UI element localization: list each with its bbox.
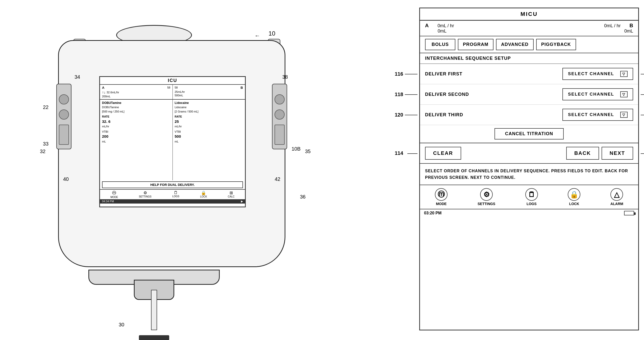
screen-logs-btn: 🗒 LOGS [172, 190, 179, 199]
deliver-first-label: DELIVER FIRST [425, 71, 491, 77]
lock-icon: 🔒 [568, 188, 580, 201]
select-channel-third-text: SELECT CHANNEL [568, 112, 614, 117]
ref-114-line [407, 153, 417, 154]
select-channel-first-text: SELECT CHANNEL [568, 71, 614, 76]
screen-bottom-bar: ⓜ MODE ⚙ SETTINGS 🗒 LOGS 🔒 LOCK [100, 189, 245, 199]
ref-118: 118 [395, 92, 403, 97]
ui-help-text: SELECT ORDER OF CHANNELS IN DELIVERY SEQ… [420, 164, 638, 185]
select-channel-second-button[interactable]: SELECT CHANNEL ▽ [562, 88, 633, 100]
nav-alarm[interactable]: △ ALARM [610, 188, 623, 206]
logs-icon: 🗒 [525, 188, 538, 201]
device-cable [151, 290, 157, 330]
screen-col-a-body: DOBUTamine DOBUTamine [500 mg / 250 mL] … [100, 100, 173, 180]
ui-title-bar: MICU [420, 8, 638, 21]
device-illustration: 10 ← ICU [38, 25, 316, 315]
ref-33: 33 [43, 141, 48, 147]
ref-116-line [405, 74, 417, 74]
back-button[interactable]: BACK [566, 147, 599, 160]
nav-settings-label: SETTINGS [478, 202, 495, 206]
ui-title: MICU [521, 11, 538, 17]
arrow-10: ← [255, 33, 260, 39]
settings-icon: ⚙ [480, 188, 493, 201]
ref-124-line [641, 94, 644, 95]
deliver-first-row: 116 DELIVER FIRST SELECT CHANNEL ▽ 122 [420, 64, 638, 84]
left-panel: 10 ← ICU [0, 0, 354, 340]
screen-body: DOBUTamine DOBUTamine [500 mg / 250 mL] … [100, 100, 245, 180]
ref-22: 22 [43, 104, 48, 110]
device-screen: ICU A 58 ↑↓ 32.6mL/hr 200mL [99, 76, 246, 207]
ref-116: 116 [395, 71, 403, 77]
mode-icon: ⓜ [435, 188, 448, 201]
ref-120: 120 [395, 112, 403, 118]
dropdown-arrow-first: ▽ [620, 71, 628, 77]
clear-button[interactable]: CLEAR [425, 147, 461, 160]
channel-b-info: 0mL / hr B 0mL [604, 23, 633, 34]
next-button[interactable]: NEXT [602, 147, 633, 160]
ref-10: 10 [268, 30, 275, 37]
dropdown-arrow-second: ▽ [620, 91, 628, 97]
nav-settings[interactable]: ⚙ SETTINGS [478, 188, 495, 206]
ref-144-line [641, 153, 644, 154]
device-body: ICU A 58 ↑↓ 32.6mL/hr 200mL [58, 40, 285, 267]
ref-35: 35 [305, 149, 311, 154]
select-channel-first-button[interactable]: SELECT CHANNEL ▽ [562, 68, 633, 80]
ref-122-line [641, 74, 644, 74]
ui-section-title: INTERCHANNEL SEQUENCE SETUP [420, 53, 638, 64]
screen-channel-row: A 58 ↑↓ 32.6mL/hr 200mL 58 B [100, 85, 245, 100]
deliver-second-row: 118 DELIVER SECOND SELECT CHANNEL ▽ 124 [420, 84, 638, 105]
ui-info-bar: A 0mL / hr 0mL 0mL / hr B 0mL [420, 21, 638, 36]
ui-action-buttons: BOLUS PROGRAM ADVANCED PIGGYBACK [420, 36, 638, 53]
ref-126-line [641, 115, 644, 115]
ref-114: 114 [395, 150, 403, 156]
ui-nav-bar: ⓜ MODE ⚙ SETTINGS 🗒 LOGS 🔒 LOCK △ ALARM [420, 185, 638, 209]
screen-col-b-body: Lidocaine Lidocaine [2 Grams / 500 mL] R… [173, 100, 245, 180]
screen-calc-btn: ⊞ CALC [228, 190, 235, 199]
ref-34: 34 [75, 74, 80, 80]
ui-status-bar: 03:20 PM [420, 209, 638, 217]
deliver-third-label: DELIVER THIRD [425, 112, 491, 118]
battery-icon [624, 211, 634, 215]
nav-logs-label: LOGS [527, 202, 537, 206]
ref-118-line [405, 94, 417, 95]
ref-42: 42 [275, 176, 280, 182]
cancel-titration-button[interactable]: CANCEL TITRATION [494, 128, 564, 139]
screen-col-b: 58 B 25mL/hr 500mL [173, 85, 245, 99]
screen-col-a: A 58 ↑↓ 32.6mL/hr 200mL [100, 85, 173, 99]
screen-title: ICU [100, 77, 245, 85]
ref-38: 38 [282, 74, 288, 80]
screen-status-bar: 04:34 PM ▶ [100, 199, 245, 204]
cable-connector [139, 335, 169, 340]
cancel-row: CANCEL TITRATION [420, 125, 638, 143]
screen-lock-btn: 🔒 LOCK [200, 190, 207, 199]
ref-40: 40 [63, 176, 69, 182]
deliver-second-label: DELIVER SECOND [425, 92, 491, 97]
advanced-button[interactable]: ADVANCED [496, 39, 534, 50]
select-channel-second-text: SELECT CHANNEL [568, 92, 614, 97]
channel-a-info: A 0mL / hr 0mL [425, 23, 454, 34]
nav-logs[interactable]: 🗒 LOGS [525, 188, 538, 206]
ref-36: 36 [300, 194, 306, 200]
right-panel: MICU A 0mL / hr 0mL 0mL / hr B 0mL BOLUS… [419, 8, 639, 330]
ui-status-time: 03:20 PM [424, 211, 441, 215]
screen-settings-btn: ⚙ SETTINGS [139, 190, 152, 199]
alarm-icon: △ [610, 188, 623, 201]
pump-module-right [272, 84, 287, 149]
nav-lock-label: LOCK [569, 202, 579, 206]
piggyback-button[interactable]: PIGGYBACK [536, 39, 576, 50]
ref-30: 30 [119, 322, 124, 328]
ui-bottom-actions: 114 CLEAR BACK NEXT 144 [420, 143, 638, 164]
screen-alert: HELP FOR DUAL DELIVERY. [102, 181, 243, 188]
pump-module-left [56, 84, 71, 149]
bolus-button[interactable]: BOLUS [425, 39, 455, 50]
program-button[interactable]: PROGRAM [458, 39, 493, 50]
select-channel-third-button[interactable]: SELECT CHANNEL ▽ [562, 109, 633, 121]
nav-mode[interactable]: ⓜ MODE [435, 188, 448, 206]
ref-32: 32 [40, 149, 45, 154]
screen-mode-btn: ⓜ MODE [110, 190, 118, 199]
nav-alarm-label: ALARM [610, 202, 623, 206]
nav-lock[interactable]: 🔒 LOCK [568, 188, 580, 206]
ref-10b: 10B [291, 146, 301, 152]
ref-120-line [405, 115, 417, 115]
nav-mode-label: MODE [436, 202, 447, 206]
dropdown-arrow-third: ▽ [620, 112, 628, 118]
